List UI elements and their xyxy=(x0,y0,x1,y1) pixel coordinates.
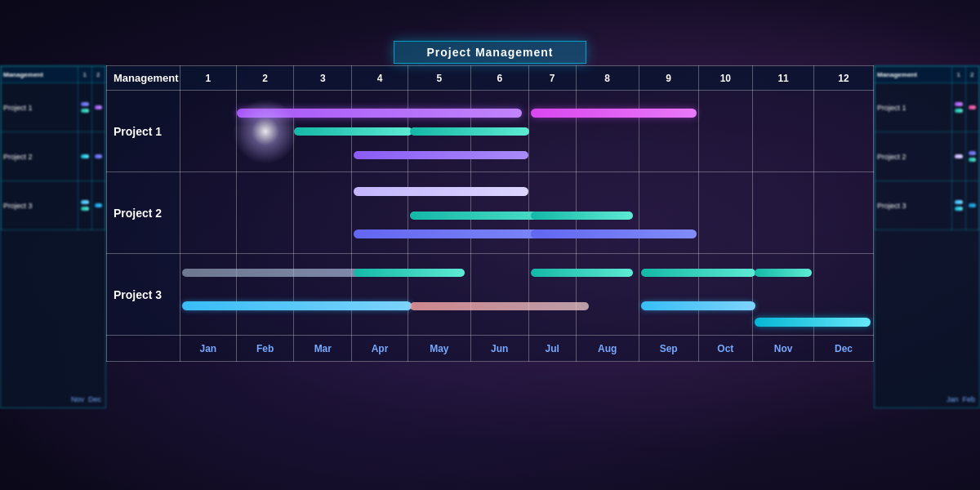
side-left-proj2-bars2 xyxy=(91,132,105,181)
side-right-col2: 2 xyxy=(965,67,979,83)
month-apr: Apr xyxy=(352,336,408,362)
month-jan: Jan xyxy=(180,336,237,362)
side-right-proj2-bars xyxy=(952,132,965,181)
project2-col11 xyxy=(753,172,814,254)
side-left-header-col: Management xyxy=(2,67,78,83)
side-left-proj1-bars2 xyxy=(91,83,105,132)
month-oct: Oct xyxy=(698,336,753,362)
side-right-proj2-bars2 xyxy=(965,132,979,181)
header-col-8: 8 xyxy=(576,66,639,91)
project2-label: Project 2 xyxy=(107,172,180,254)
side-left-proj2: Project 2 xyxy=(2,132,78,181)
proj3-teal2 xyxy=(531,269,633,277)
project2-col10 xyxy=(698,172,753,254)
project3-col6 xyxy=(470,254,528,336)
project1-col7 xyxy=(528,91,576,172)
proj1-violet1 xyxy=(354,151,528,159)
title-bar: Project Management xyxy=(106,41,874,64)
header-col-2: 2 xyxy=(236,66,294,91)
project2-col3 xyxy=(294,172,352,254)
proj3-teal4 xyxy=(755,269,812,277)
side-left-col1: 1 xyxy=(78,67,91,83)
project3-col5 xyxy=(408,254,470,336)
side-left-proj3: Project 3 xyxy=(2,181,78,230)
project1-col12 xyxy=(814,91,874,172)
side-right-proj3: Project 3 xyxy=(875,181,952,230)
proj3-teal1 xyxy=(354,269,465,277)
side-left-proj3-bars xyxy=(78,181,91,230)
project2-col7 xyxy=(528,172,576,254)
project3-row: Project 3 xyxy=(107,254,874,336)
side-left-proj3-bars2 xyxy=(91,181,105,230)
project3-col11 xyxy=(753,254,814,336)
side-left-month-dec: Dec xyxy=(88,395,101,403)
header-col-3: 3 xyxy=(294,66,352,91)
side-left-proj1-bars xyxy=(78,83,91,132)
project2-col12 xyxy=(814,172,874,254)
month-aug: Aug xyxy=(576,336,639,362)
side-right-proj1-bars xyxy=(952,83,965,132)
side-right-proj2: Project 2 xyxy=(875,132,952,181)
month-may: May xyxy=(408,336,470,362)
header-col-6: 6 xyxy=(470,66,528,91)
project1-col10 xyxy=(698,91,753,172)
project3-col10 xyxy=(698,254,753,336)
side-right-month-jan: Jan xyxy=(947,395,959,403)
project2-col1 xyxy=(180,172,237,254)
project1-col3 xyxy=(294,91,352,172)
side-right-header-col: Management xyxy=(875,67,952,83)
month-jul: Jul xyxy=(528,336,576,362)
proj1-bar-purple xyxy=(237,109,523,118)
project3-col2 xyxy=(236,254,294,336)
side-left-proj1: Project 1 xyxy=(2,83,78,132)
project1-col11 xyxy=(753,91,814,172)
proj3-cyan xyxy=(755,318,871,327)
project2-col4 xyxy=(352,172,408,254)
project2-col9 xyxy=(639,172,698,254)
project1-row: Project 1 xyxy=(107,91,874,172)
project3-col8 xyxy=(576,254,639,336)
side-left-col2: 2 xyxy=(91,67,105,83)
month-label-empty xyxy=(107,336,180,362)
proj1-teal1 xyxy=(294,127,412,136)
proj2-indigo2 xyxy=(531,229,697,238)
column-header-row: Management 1 2 3 4 5 6 7 8 9 10 11 12 xyxy=(107,66,874,91)
side-left-proj2-bars xyxy=(78,132,91,181)
proj3-peach xyxy=(410,302,589,310)
month-nov: Nov xyxy=(753,336,814,362)
header-col-4: 4 xyxy=(352,66,408,91)
side-right-proj3-bars xyxy=(952,181,965,230)
gantt-table: Management 1 2 3 4 5 6 7 8 9 10 11 12 Pr… xyxy=(106,65,874,362)
side-right-month-feb: Feb xyxy=(962,395,975,403)
header-col-5: 5 xyxy=(408,66,470,91)
header-col-1: 1 xyxy=(180,66,237,91)
month-sep: Sep xyxy=(639,336,698,362)
side-left-month-nov: Nov xyxy=(71,395,84,403)
header-col-9: 9 xyxy=(639,66,698,91)
side-panel-left: Management 1 2 Project 1 Project 2 xyxy=(0,65,106,408)
main-gantt-container: Project Management Management 1 2 3 4 5 … xyxy=(106,41,874,362)
proj3-sky1 xyxy=(182,301,412,310)
project3-col4 xyxy=(352,254,408,336)
month-jun: Jun xyxy=(470,336,528,362)
project2-row: Project 2 xyxy=(107,172,874,254)
app-title: Project Management xyxy=(394,41,587,64)
project1-col8 xyxy=(576,91,639,172)
side-right-col1: 1 xyxy=(952,67,965,83)
header-col-11: 11 xyxy=(753,66,814,91)
proj3-sky2 xyxy=(641,301,755,310)
project2-col2 xyxy=(236,172,294,254)
header-col-7: 7 xyxy=(528,66,576,91)
side-right-proj1-bars2 xyxy=(965,83,979,132)
header-col-10: 10 xyxy=(698,66,753,91)
project1-col1 xyxy=(180,91,237,172)
proj2-lavender xyxy=(354,187,528,196)
proj1-teal2 xyxy=(410,127,529,136)
month-dec: Dec xyxy=(814,336,874,362)
project3-col7 xyxy=(528,254,576,336)
month-labels-row: Jan Feb Mar Apr May Jun Jul Aug Sep Oct … xyxy=(107,336,874,362)
proj2-teal2 xyxy=(531,212,633,220)
project1-col9 xyxy=(639,91,698,172)
proj1-pink xyxy=(531,109,697,118)
project3-col9 xyxy=(639,254,698,336)
